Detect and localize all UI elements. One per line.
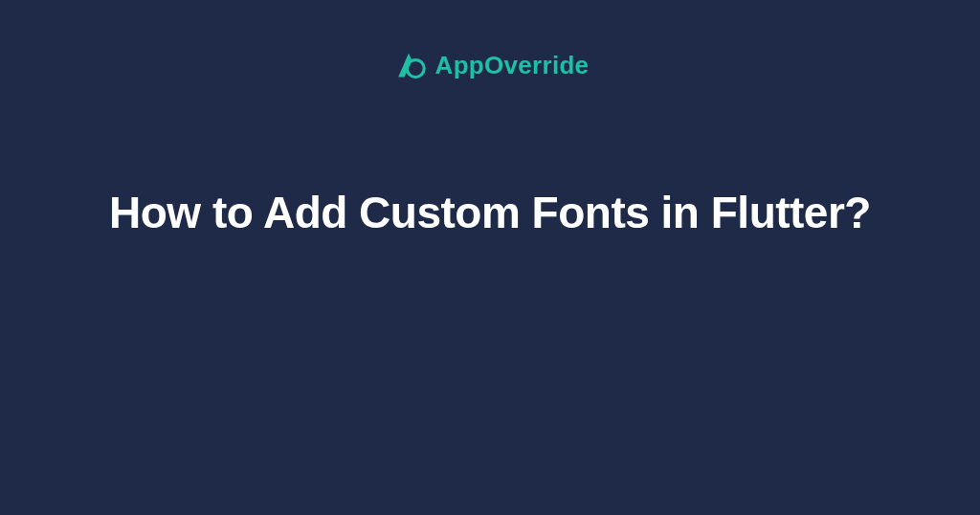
svg-point-0 (407, 60, 424, 78)
brand-name: AppOverride (435, 51, 590, 80)
page-title: How to Add Custom Fonts in Flutter? (109, 183, 871, 242)
brand-logo: AppOverride (391, 48, 590, 82)
appoverride-logo-icon (391, 48, 426, 82)
